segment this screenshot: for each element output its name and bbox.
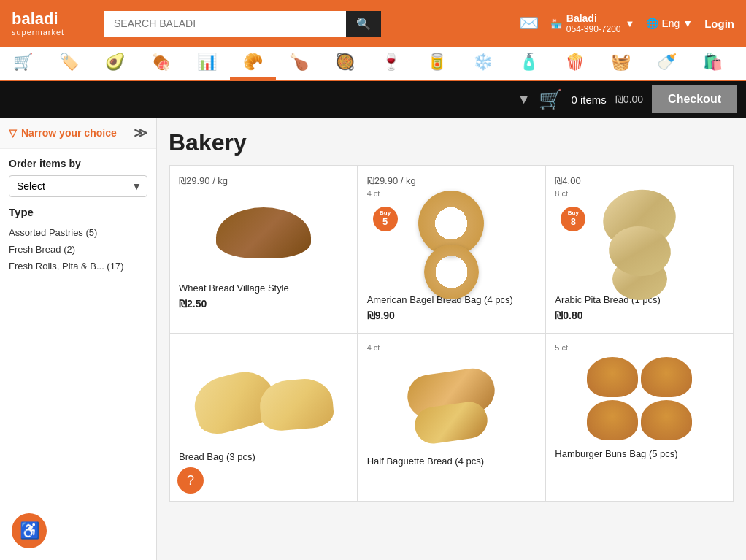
- product-card-5[interactable]: 4 ct Half Baguette Bread (4 pcs): [358, 334, 546, 502]
- cat-item-cleaning[interactable]: 🧴: [506, 47, 552, 80]
- main-area: Bakery ₪29.90 / kg Wheat Bread Village S…: [157, 118, 746, 560]
- cat-item-produce[interactable]: 🥑: [92, 47, 138, 80]
- cart-bar: ▼ 🛒 0 items ₪0.00 Checkout: [0, 81, 746, 118]
- beverages-icon: 🍷: [381, 53, 401, 72]
- lang-chevron-icon: ▼: [682, 18, 693, 29]
- product-card-2[interactable]: ₪29.90 / kg 4 ct Buy5 American Bagel Bre…: [358, 166, 546, 334]
- product-price-3: ₪0.80: [555, 310, 582, 321]
- buy-badge-2: Buy5: [373, 207, 398, 231]
- cat-item-canned[interactable]: 🥫: [414, 47, 460, 80]
- search-bar: 🔍: [104, 11, 381, 37]
- product-price-top-1: ₪29.90 / kg: [179, 175, 228, 186]
- product-img-wrap-5: [367, 362, 537, 450]
- bun-image-2: [641, 357, 692, 397]
- login-button[interactable]: Login: [704, 18, 734, 30]
- logo-sub: supermarket: [12, 28, 92, 37]
- type-item-assorted[interactable]: Assorted Pastries (5): [9, 224, 147, 241]
- cat-item-beverages[interactable]: 🍷: [368, 47, 414, 80]
- store-chevron-icon: ▼: [626, 18, 635, 29]
- cleaning-icon: 🧴: [519, 53, 539, 72]
- product-card-3[interactable]: ₪4.00 8 ct Buy8 Arabic Pita Bread (1 pcs…: [545, 166, 734, 334]
- store-info[interactable]: 🏪 Baladi 054-390-7200 ▼: [550, 12, 635, 34]
- product-count-2: 4 ct: [367, 189, 380, 198]
- logo-main: baladi: [12, 10, 92, 28]
- bread-loaf-image-1: [216, 207, 311, 258]
- type-item-fresh-bread[interactable]: Fresh Bread (2): [9, 241, 147, 258]
- header: baladi supermarket 🔍 ✉️ 🏪 Baladi 054-390…: [0, 0, 746, 47]
- buy-badge-3: Buy8: [561, 207, 585, 231]
- help-button[interactable]: ?: [177, 467, 204, 494]
- produce-icon: 🥑: [105, 53, 125, 72]
- frozen-icon: ❄️: [473, 53, 493, 72]
- store-icon: 🏪: [550, 18, 562, 29]
- sidebar-collapse-button[interactable]: ≫: [134, 125, 147, 141]
- product-price-top-3: ₪4.00: [555, 175, 580, 186]
- cat-item-meat[interactable]: 🍗: [276, 47, 322, 80]
- order-items-label: Order items by: [9, 158, 147, 169]
- buns-grid: [587, 357, 692, 440]
- product-img-wrap-6: [555, 355, 724, 442]
- product-name-5: Half Baguette Bread (4 pcs): [367, 456, 484, 467]
- bun-image-1: [587, 357, 638, 397]
- cart-icon: 🛒: [539, 88, 562, 111]
- deli-icon: 🍖: [151, 53, 171, 72]
- header-right: ✉️ 🏪 Baladi 054-390-7200 ▼ 🌐 Eng ▼ Login: [519, 12, 734, 34]
- product-img-wrap-4: [179, 358, 348, 445]
- category-nav: 🛒 🏷️ 🥑 🍖 📊 🥐 🍗 🥘 🍷 🥫 ❄️ 🧴 🍿 🧺 🍼 🛍️: [0, 47, 746, 81]
- product-name-6: Hamburger Buns Bag (5 pcs): [555, 448, 677, 459]
- prepared-icon: 🥘: [335, 53, 355, 72]
- store-name: Baladi: [566, 12, 621, 24]
- cat-item-frozen[interactable]: ❄️: [460, 47, 506, 80]
- cart-total: ₪0.00: [615, 93, 643, 105]
- product-card-4[interactable]: Bread Bag (3 pcs) ?: [169, 334, 358, 502]
- sidebar: ▽ Narrow your choice ≫ Order items by Se…: [0, 118, 157, 560]
- type-section: Type Assorted Pastries (5) Fresh Bread (…: [0, 206, 156, 283]
- bagel-stack: [418, 191, 484, 299]
- product-img-wrap-2: Buy5: [367, 201, 537, 288]
- order-select[interactable]: Select: [9, 175, 147, 197]
- product-price-1: ₪2.50: [179, 298, 207, 310]
- bun-image-4: [641, 400, 692, 440]
- canned-icon: 🥫: [427, 53, 447, 72]
- cart-icon: 🛒: [13, 53, 33, 72]
- product-name-4: Bread Bag (3 pcs): [179, 451, 255, 462]
- order-section: Order items by Select ▼: [0, 149, 156, 206]
- search-button[interactable]: 🔍: [346, 11, 381, 37]
- type-item-rolls-pita[interactable]: Fresh Rolls, Pita & B... (17): [9, 258, 147, 275]
- product-img-wrap-1: [179, 189, 348, 277]
- product-card-1[interactable]: ₪29.90 / kg Wheat Bread Village Style ₪2…: [169, 166, 358, 334]
- cat-item-prepared[interactable]: 🥘: [322, 47, 368, 80]
- pita-stack: [603, 190, 676, 300]
- page-content: ▽ Narrow your choice ≫ Order items by Se…: [0, 118, 746, 560]
- product-card-6[interactable]: 5 ct Hamburger Buns Bag (5 pcs): [545, 334, 734, 502]
- breakfast-icon: 🧺: [611, 53, 631, 72]
- cat-item-baby[interactable]: 🍼: [644, 47, 690, 80]
- buy-num-3: 8: [571, 217, 576, 227]
- cat-item-snacks[interactable]: 🍿: [552, 47, 598, 80]
- language-button[interactable]: 🌐 Eng ▼: [646, 18, 693, 29]
- cat-item-breakfast[interactable]: 🧺: [598, 47, 644, 80]
- cat-item-dairy[interactable]: 📊: [184, 47, 230, 80]
- cat-item-all[interactable]: 🛒: [0, 47, 46, 80]
- cat-item-household[interactable]: 🛍️: [690, 47, 736, 80]
- cat-item-deli[interactable]: 🍖: [138, 47, 184, 80]
- type-label: Type: [9, 206, 147, 218]
- bagel-image-bottom: [424, 245, 479, 299]
- cat-item-offers[interactable]: 🏷️: [46, 47, 92, 80]
- product-img-wrap-3: Buy8: [555, 201, 724, 288]
- snacks-icon: 🍿: [565, 53, 585, 72]
- lang-label: Eng: [661, 18, 680, 29]
- accessibility-button[interactable]: ♿: [12, 513, 47, 548]
- product-grid: ₪29.90 / kg Wheat Bread Village Style ₪2…: [169, 165, 734, 502]
- meat-icon: 🍗: [289, 53, 309, 72]
- order-select-wrapper: Select ▼: [9, 175, 147, 197]
- product-price-top-2: ₪29.90 / kg: [367, 175, 416, 186]
- cart-toggle-button[interactable]: ▼: [518, 92, 531, 107]
- search-input[interactable]: [104, 11, 346, 37]
- narrow-label: ▽ Narrow your choice: [9, 127, 117, 139]
- baby-icon: 🍼: [657, 53, 677, 72]
- globe-icon: 🌐: [646, 18, 658, 29]
- cat-item-bakery[interactable]: 🥐: [230, 47, 276, 80]
- notifications-icon[interactable]: ✉️: [519, 14, 539, 33]
- checkout-button[interactable]: Checkout: [652, 85, 737, 113]
